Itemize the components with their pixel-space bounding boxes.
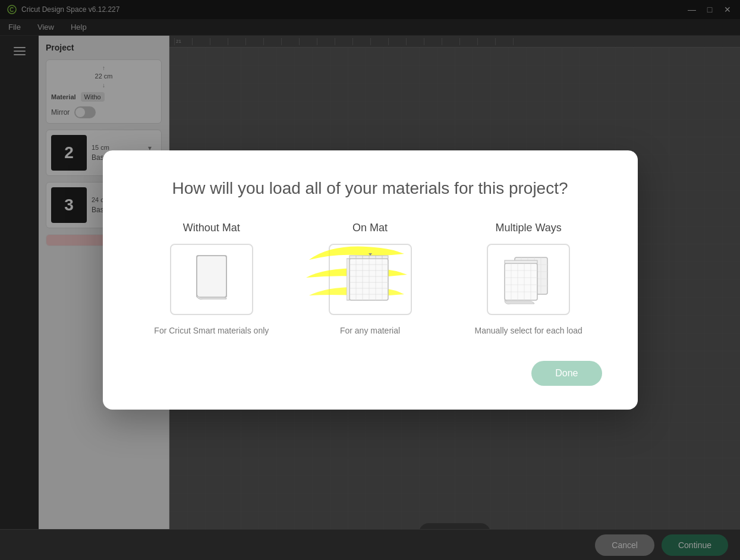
option-without-mat-desc: For Cricut Smart materials only	[154, 325, 269, 337]
svg-rect-2	[197, 256, 226, 297]
done-button[interactable]: Done	[531, 361, 602, 386]
option-multiple-ways-label: Multiple Ways	[496, 222, 562, 234]
option-on-mat-icon-box	[329, 244, 412, 315]
without-mat-icon	[191, 253, 232, 306]
option-on-mat[interactable]: On Mat	[297, 222, 443, 337]
svg-marker-22	[369, 253, 372, 256]
modal-overlay: How will you load all of your materials …	[0, 0, 740, 560]
option-on-mat-label: On Mat	[352, 222, 388, 234]
option-without-mat[interactable]: Without Mat For Cricut Smart materials o…	[138, 222, 285, 337]
option-multiple-ways-desc: Manually select for each load	[475, 325, 582, 337]
option-on-mat-desc: For any material	[340, 325, 400, 337]
modal-footer: Done	[138, 361, 602, 386]
modal-title: How will you load all of your materials …	[138, 179, 602, 198]
option-without-mat-icon-box	[170, 244, 253, 315]
modal-options: Without Mat For Cricut Smart materials o…	[138, 222, 602, 337]
svg-rect-23	[347, 259, 349, 300]
on-mat-icon	[347, 253, 394, 306]
multiple-ways-icon	[502, 253, 555, 306]
option-multiple-ways[interactable]: Multiple Ways	[455, 222, 602, 337]
option-without-mat-label: Without Mat	[183, 222, 240, 234]
svg-rect-33	[505, 263, 537, 300]
option-multiple-ways-icon-box	[487, 244, 570, 315]
svg-rect-42	[505, 260, 537, 263]
modal-dialog: How will you load all of your materials …	[103, 150, 638, 410]
